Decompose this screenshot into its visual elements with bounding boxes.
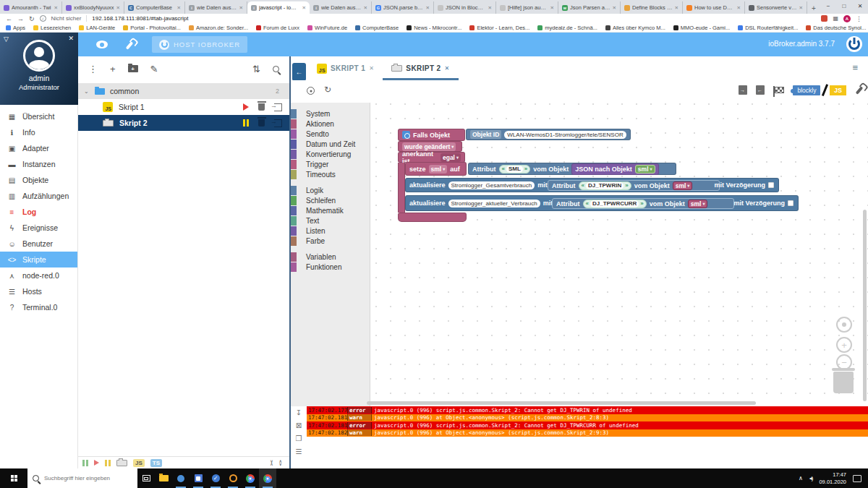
tab-close-icon[interactable]: ✕	[239, 5, 243, 11]
tray-expand-icon[interactable]: ∧	[799, 475, 803, 481]
sort-button[interactable]: ⇅	[252, 64, 260, 74]
open-script-button[interactable]	[274, 119, 282, 127]
bookmark-item[interactable]: Das deutsche Synol...	[806, 25, 866, 31]
toolbox-category[interactable]: Datum und Zeit	[291, 139, 370, 149]
script-row-skript2[interactable]: Skript 2	[78, 115, 289, 131]
editor-tab-close-icon[interactable]: ✕	[445, 65, 450, 72]
toolbox-category[interactable]: Trigger	[291, 159, 370, 169]
play-script-button[interactable]	[243, 103, 249, 111]
browser-tab[interactable]: Define Blocks | Bloc ✕	[621, 1, 683, 14]
log-row[interactable]: 17:47:02.182 warn javascript.0 (996) at …	[307, 429, 868, 437]
browser-tab[interactable]: w Json Parsen am lieb ✕	[558, 1, 621, 14]
view-eye-icon[interactable]	[96, 40, 108, 48]
log-row[interactable]: 17:47:02.181 error javascript.0 (996) sc…	[307, 421, 868, 429]
toolbox-category[interactable]: Sendto	[291, 129, 370, 139]
browser-tab[interactable]: xxBloodyNyuuxx ✕	[62, 1, 124, 14]
tab-close-icon[interactable]: ✕	[302, 5, 306, 11]
tab-close-icon[interactable]: ✕	[177, 5, 181, 11]
horizontal-scrollbar[interactable]	[367, 401, 756, 405]
block-aktualisiere-1[interactable]: aktualisiere Stromlogger_Gesamtverbrauch…	[405, 178, 779, 192]
task-view-button[interactable]	[137, 468, 155, 488]
forward-button[interactable]: →	[17, 15, 24, 22]
log-row[interactable]: 17:47:02.177 error javascript.0 (996) sc…	[307, 406, 868, 414]
collapse-toggle-icon[interactable]: ∨∧	[270, 460, 273, 466]
start-button[interactable]	[0, 468, 27, 488]
blockly-workspace[interactable]: System Aktionen Sendto Datum und	[291, 103, 868, 406]
bookmark-item[interactable]: Apps	[6, 25, 25, 31]
export-blocks-icon[interactable]: →	[739, 85, 747, 95]
extension-icon[interactable]	[821, 15, 827, 22]
tab-skript2[interactable]: SKRIPT 2 ✕	[383, 56, 458, 80]
variable-chip-sml[interactable]: sml▾	[635, 165, 655, 174]
blockly-mode-icon[interactable]	[116, 460, 127, 466]
objekt-id-value[interactable]: WLAN-WemosD1-Stromlogger/tele/SENSOR	[504, 131, 626, 139]
script-row-skript1[interactable]: JS Skript 1	[78, 99, 289, 115]
window-close-button[interactable]: ✕	[852, 0, 868, 14]
url-text[interactable]: 192.168.178.111:8081/#tab-javascript	[86, 15, 188, 22]
folder-chevron-icon[interactable]: ⌄	[84, 88, 90, 95]
folder-row-common[interactable]: ⌄ common 2	[78, 83, 289, 99]
blockly-view-toggle[interactable]: blockly	[793, 85, 821, 95]
block-attribut-tpwrin[interactable]: Attribut «DJ_TPWRIN» vom Objekt sml▾	[548, 180, 720, 191]
bookmark-item[interactable]: Amazon.de: Sonder...	[189, 25, 248, 31]
tab-close-icon[interactable]: ✕	[364, 5, 367, 11]
sidebar-item[interactable]: ≡ Log	[0, 204, 77, 220]
back-button[interactable]: ←	[6, 15, 12, 22]
target-object-field[interactable]: Stromlogger_aktueller_Verbrauch	[448, 200, 540, 207]
chrome-icon[interactable]	[242, 468, 259, 488]
block-falls-foot[interactable]	[398, 213, 467, 222]
browser-tab[interactable]: i wie Daten aus Objekt ✕	[310, 1, 372, 14]
toolbox-category[interactable]: System	[291, 108, 370, 119]
toolbox-category[interactable]: Aktionen	[291, 119, 370, 129]
vertical-scrollbar[interactable]	[863, 210, 867, 401]
sidebar-item[interactable]: ☺ Benutzer	[0, 236, 77, 252]
file-explorer-button[interactable]	[155, 468, 172, 488]
bookmark-item[interactable]: WinFuture.de	[307, 25, 347, 31]
block-attribut-tpwrcurr[interactable]: Attribut «DJ_TPWRCURR» vom Objekt sml▾	[552, 198, 734, 209]
sidebar-item[interactable]: ☰ Hosts	[0, 283, 77, 299]
browser-tab[interactable]: i wie Daten aus Objekt ✕	[185, 1, 247, 14]
js-view-toggle[interactable]: JS	[830, 85, 846, 95]
toolbox-category[interactable]: Listen	[291, 226, 370, 236]
play-all-icon[interactable]	[94, 460, 99, 466]
bookmark-item[interactable]: ComputerBase	[355, 25, 399, 31]
chrome-active-icon[interactable]	[259, 468, 276, 488]
sidebar-item[interactable]: ▬ Instanzen	[0, 156, 77, 172]
browser-tab[interactable]: Amouranth - Twi ✕	[0, 1, 62, 14]
apps-grid-icon[interactable]: ▦	[833, 15, 838, 22]
variable-chip-sml[interactable]: sml▾	[688, 200, 708, 208]
editor-menu-icon[interactable]: ≡	[852, 62, 858, 73]
bookmark-item[interactable]: DSL Routerfähigkeit...	[738, 25, 798, 31]
toolbox-category[interactable]: Schleifen	[291, 195, 370, 205]
tab-close-icon[interactable]: ✕	[613, 5, 616, 11]
log-copy-icon[interactable]: ❐	[296, 435, 302, 442]
tab-close-icon[interactable]: ✕	[737, 5, 741, 11]
window-maximize-button[interactable]: □	[836, 0, 852, 14]
delete-script-button[interactable]	[258, 103, 265, 111]
workspace-trash-icon[interactable]	[833, 372, 854, 393]
tab-close-icon[interactable]: ✕	[550, 5, 554, 11]
browser-tab[interactable]: JSON in Blockly parse ✕	[434, 1, 496, 14]
toolbox-category[interactable]: Timeouts	[291, 169, 370, 179]
refresh-icon[interactable]: ↻	[324, 85, 331, 95]
taskbar-search[interactable]	[27, 468, 137, 488]
search-input[interactable]	[43, 474, 122, 482]
text-field[interactable]: «SML»	[499, 165, 531, 174]
resume-all-icon[interactable]	[82, 460, 88, 466]
block-objekt-id[interactable]: Objekt ID WLAN-WemosD1-Stromlogger/tele/…	[466, 129, 631, 140]
sidebar-item[interactable]: ▥ Aufzählungen	[0, 188, 77, 204]
variable-chip-sml[interactable]: sml▾	[673, 181, 693, 190]
workspace-center-button[interactable]	[836, 317, 852, 333]
text-field[interactable]: «DJ_TPWRIN»	[579, 181, 631, 190]
volume-icon[interactable]: ◂)	[809, 475, 813, 481]
log-list-icon[interactable]: ☰	[296, 448, 302, 455]
bookmark-item[interactable]: MMO-eude - Gami...	[673, 25, 730, 31]
toolbox-category[interactable]: Funktionen	[291, 262, 370, 272]
browser-tab[interactable]: How to use Data fro ✕	[683, 1, 745, 14]
block-json-nach-objekt[interactable]: JSON nach Objekt sml▾	[571, 163, 658, 175]
browser-tab[interactable]: Sensorwerte von MQ ✕	[745, 1, 807, 14]
ts-mode-button[interactable]: TS	[150, 459, 162, 467]
bookmark-item[interactable]: Elektor - Learn, Des...	[469, 25, 529, 31]
sidebar-item[interactable]: ℹ Info	[0, 124, 77, 140]
import-blocks-icon[interactable]: ←	[756, 85, 765, 95]
